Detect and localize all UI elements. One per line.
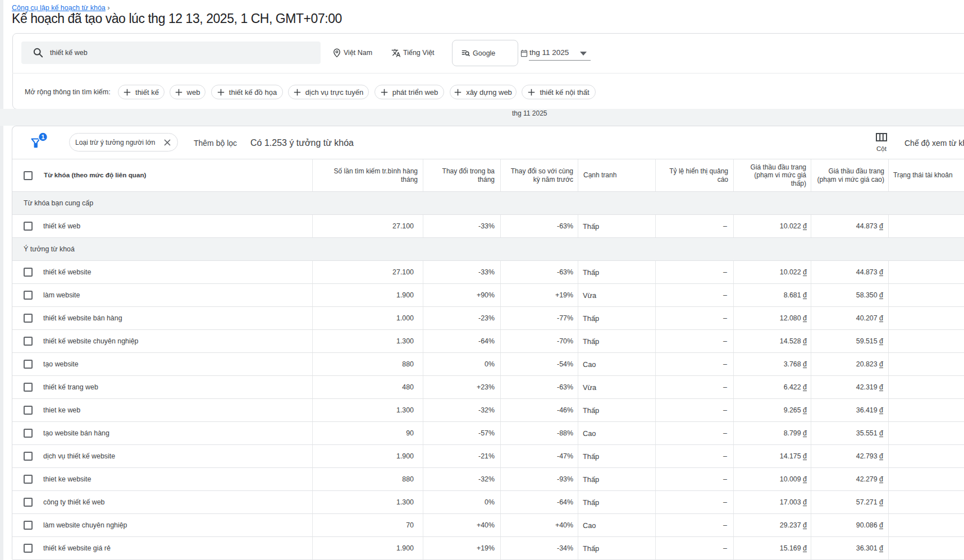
svg-text:1: 1 — [41, 134, 44, 140]
